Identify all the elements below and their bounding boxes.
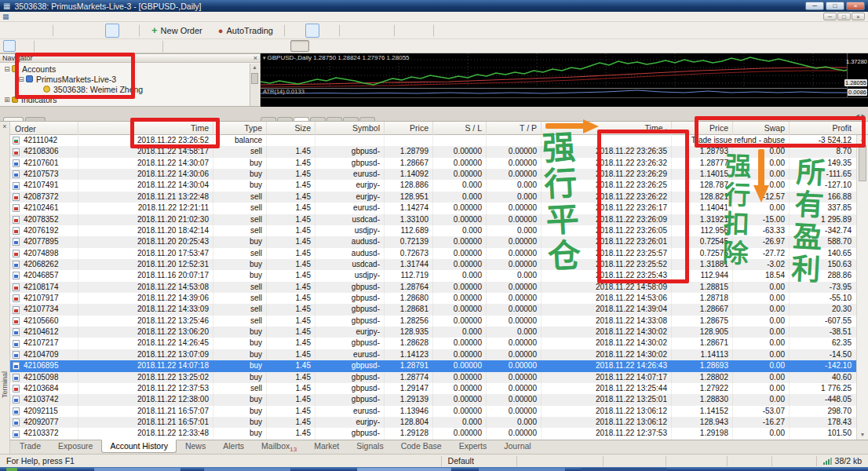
navigator-tab[interactable] [3,117,24,121]
column-header-order[interactable]: Order [10,122,78,135]
table-row[interactable]: 42068262 2018.11.20 12:52:31 buy 1.45 us… [10,259,868,270]
chart-tab[interactable] [343,117,359,121]
timeframe-button[interactable] [209,40,228,52]
column-header-symbol[interactable]: Symbol [315,122,385,135]
column-header-sl[interactable]: S / L [433,122,487,135]
timeframe-button[interactable] [188,40,207,52]
label-icon[interactable] [124,40,137,52]
periods-icon[interactable] [462,24,476,38]
separator[interactable] [433,24,435,37]
table-row[interactable]: 42092077 2018.11.21 16:57:01 buy 1.45 eu… [10,417,868,428]
taskbar-item[interactable] [479,468,565,471]
table-row[interactable]: 42102461 2018.11.22 12:21:11 sell 1.45 e… [10,203,868,214]
chart-tab[interactable] [294,117,309,121]
column-header-tp[interactable]: T / P [487,122,542,135]
tree-item[interactable]: ⊟ PrimusMarkets-Live-3 [0,74,260,84]
taskbar-item[interactable] [204,468,290,471]
new-order-button[interactable]: + New Order [145,23,209,38]
fibonacci-icon[interactable] [96,40,108,52]
chart-tab[interactable] [277,117,293,121]
chart-tab[interactable] [310,117,326,121]
taskbar-item[interactable] [581,468,667,471]
separator[interactable] [339,24,341,37]
timeframe-button[interactable] [250,40,268,52]
child-minimize-button[interactable]: ─ [823,13,837,20]
separator[interactable] [284,24,286,37]
chat-icon[interactable] [851,24,865,38]
child-close-button[interactable]: × [852,13,865,20]
new-chart-dropdown[interactable] [19,24,25,38]
separator[interactable] [34,40,35,53]
table-row[interactable]: 42108174 2018.11.22 14:53:08 sell 1.45 g… [10,282,868,293]
table-row[interactable]: 42103684 2018.11.22 12:37:53 sell 1.45 g… [10,383,868,394]
separator[interactable] [162,40,164,53]
trendline-icon[interactable] [67,40,80,52]
table-row[interactable]: 42105660 2018.11.22 13:25:46 sell 1.45 g… [10,316,868,327]
table-row[interactable]: 42074898 2018.11.20 17:53:47 sell 1.45 a… [10,248,868,259]
profiles-dropdown[interactable] [42,24,49,38]
tree-item[interactable]: ⊟ Accounts [0,64,260,74]
terminal-close-icon[interactable]: × [0,122,9,130]
navigator-close-icon[interactable]: × [253,54,257,62]
close-button[interactable]: × [846,2,865,10]
vertical-line-icon[interactable] [39,40,52,52]
column-header-swap[interactable]: Swap [733,122,790,135]
terminal-tab[interactable]: Signals [348,440,392,453]
chart-shift-icon[interactable] [415,24,429,38]
zoom-in-icon[interactable] [345,24,359,38]
templates-dropdown[interactable] [501,24,508,38]
table-row[interactable]: 42078352 2018.11.20 21:02:30 sell 1.45 u… [10,214,868,225]
tree-item[interactable]: ⊞ Indicators [0,94,260,104]
navigator-icon[interactable] [89,24,104,38]
indicators-icon[interactable] [439,24,453,38]
column-header-close-price[interactable]: Price [672,122,733,135]
table-row[interactable]: 42092115 2018.11.21 16:57:07 buy 1.45 eu… [10,406,868,417]
shapes-icon[interactable] [138,40,151,52]
separator[interactable] [394,24,396,37]
tile-windows-icon[interactable] [376,24,390,38]
table-row[interactable]: 42076192 2018.11.20 18:42:14 sell 1.45 u… [10,225,868,236]
table-row[interactable]: 42103742 2018.11.22 12:38:00 buy 1.45 gb… [10,394,868,405]
expander-icon[interactable]: ⊟ [3,65,11,73]
column-header-open-price[interactable]: Price [385,122,433,135]
data-window-icon[interactable] [74,24,88,38]
crosshair-icon[interactable] [17,40,30,52]
terminal-tab[interactable]: Code Base [392,440,450,453]
table-row[interactable]: 42111042 2018.11.22 23:26:52 balance Tra… [10,135,868,146]
table-row[interactable]: 42108306 2018.11.22 14:58:17 sell 1.45 g… [10,146,868,157]
zoom-out-icon[interactable] [360,24,374,38]
minimize-button[interactable]: ─ [805,2,824,10]
restore-button[interactable]: □ [826,2,844,10]
expander-icon[interactable]: ⊟ [17,75,25,83]
tab-scroll-icons[interactable]: ◂ ▸ [855,111,868,121]
table-row[interactable]: 42087372 2018.11.21 13:22:48 sell 1.45 e… [10,192,868,203]
text-icon[interactable] [110,40,122,52]
table-row[interactable]: 42046857 2018.11.16 20:07:17 buy 1.45 us… [10,270,868,281]
table-row[interactable]: 42107601 2018.11.22 14:30:07 buy 1.45 gb… [10,158,868,169]
navigator-tab[interactable] [25,117,46,121]
candlestick-mode-icon[interactable] [305,24,319,38]
periods-dropdown[interactable] [478,24,484,38]
timeframe-button[interactable] [331,40,350,52]
tree-item[interactable]: 3503638: Weimei Zheng [0,84,260,94]
terminal-tab[interactable]: Alerts [214,440,253,453]
taskbar-item[interactable] [94,468,181,471]
market-watch-icon[interactable] [58,24,72,38]
column-header-open-time[interactable]: Time [78,122,213,135]
separator[interactable] [53,24,54,37]
status-profile[interactable]: Default [442,456,517,466]
column-header-type[interactable]: Type [213,122,267,135]
shapes-dropdown[interactable] [152,40,159,52]
autotrading-button[interactable]: ● AutoTrading [212,23,279,38]
table-row[interactable]: 42107217 2018.11.22 14:26:45 buy 1.45 gb… [10,338,868,349]
templates-icon[interactable] [486,24,500,38]
expander-icon[interactable]: ⊞ [3,96,11,104]
cursor-icon[interactable] [3,40,16,52]
indicators-dropdown[interactable] [454,24,461,38]
table-row[interactable]: 42103372 2018.11.22 12:33:48 buy 1.45 gb… [10,428,868,439]
table-row[interactable]: 42106895 2018.11.22 14:07:18 buy 1.45 gb… [10,360,868,371]
child-restore-button[interactable]: □ [837,13,851,20]
column-header-profit[interactable]: Profit [790,122,855,135]
strategy-tester-icon[interactable] [121,24,135,38]
navigator-scrollbar[interactable]: ▲ [250,64,259,106]
